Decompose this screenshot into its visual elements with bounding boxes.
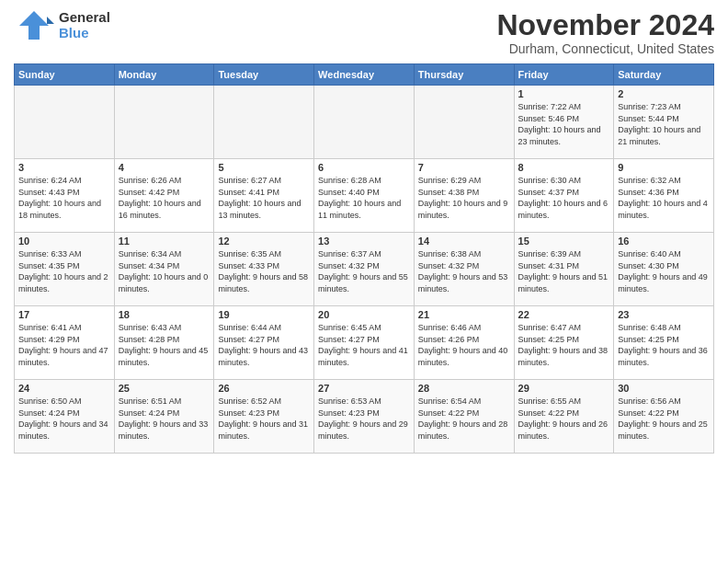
day-number: 23 <box>618 309 710 320</box>
logo: General Blue <box>14 9 110 41</box>
calendar-cell: 6Sunrise: 6:28 AM Sunset: 4:40 PM Daylig… <box>314 159 415 233</box>
day-info: Sunrise: 7:23 AM Sunset: 5:44 PM Dayligh… <box>618 101 710 147</box>
calendar-cell: 20Sunrise: 6:45 AM Sunset: 4:27 PM Dayli… <box>314 306 415 380</box>
calendar-cell: 26Sunrise: 6:52 AM Sunset: 4:23 PM Dayli… <box>214 380 314 454</box>
calendar-cell <box>114 86 214 159</box>
logo-icon <box>14 9 55 41</box>
day-number: 15 <box>518 236 610 247</box>
day-info: Sunrise: 6:55 AM Sunset: 4:22 PM Dayligh… <box>518 396 610 442</box>
calendar-cell: 17Sunrise: 6:41 AM Sunset: 4:29 PM Dayli… <box>15 306 115 380</box>
day-number: 11 <box>119 236 210 247</box>
calendar-week-1: 1Sunrise: 7:22 AM Sunset: 5:46 PM Daylig… <box>15 86 714 159</box>
day-number: 20 <box>318 309 410 320</box>
calendar-cell: 10Sunrise: 6:33 AM Sunset: 4:35 PM Dayli… <box>15 233 115 306</box>
logo-blue: Blue <box>59 26 110 41</box>
calendar-cell <box>414 86 514 159</box>
day-info: Sunrise: 6:44 AM Sunset: 4:27 PM Dayligh… <box>218 322 310 368</box>
calendar-week-2: 3Sunrise: 6:24 AM Sunset: 4:43 PM Daylig… <box>15 159 714 233</box>
day-number: 16 <box>618 236 710 247</box>
day-number: 19 <box>218 309 310 320</box>
day-info: Sunrise: 6:35 AM Sunset: 4:33 PM Dayligh… <box>218 248 310 294</box>
calendar-week-3: 10Sunrise: 6:33 AM Sunset: 4:35 PM Dayli… <box>15 233 714 306</box>
day-info: Sunrise: 6:46 AM Sunset: 4:26 PM Dayligh… <box>418 322 510 368</box>
day-info: Sunrise: 6:24 AM Sunset: 4:43 PM Dayligh… <box>18 175 110 221</box>
calendar-cell: 30Sunrise: 6:56 AM Sunset: 4:22 PM Dayli… <box>614 380 714 454</box>
col-wednesday: Wednesday <box>314 64 415 86</box>
day-number: 14 <box>418 236 510 247</box>
day-info: Sunrise: 6:33 AM Sunset: 4:35 PM Dayligh… <box>18 248 110 294</box>
col-saturday: Saturday <box>614 64 714 86</box>
day-number: 5 <box>218 162 310 173</box>
calendar-week-5: 24Sunrise: 6:50 AM Sunset: 4:24 PM Dayli… <box>15 380 714 454</box>
day-info: Sunrise: 6:26 AM Sunset: 4:42 PM Dayligh… <box>119 175 210 221</box>
calendar-cell: 15Sunrise: 6:39 AM Sunset: 4:31 PM Dayli… <box>514 233 614 306</box>
day-number: 26 <box>218 383 310 394</box>
calendar-cell: 1Sunrise: 7:22 AM Sunset: 5:46 PM Daylig… <box>514 86 614 159</box>
day-info: Sunrise: 6:54 AM Sunset: 4:22 PM Dayligh… <box>418 396 510 442</box>
day-info: Sunrise: 6:29 AM Sunset: 4:38 PM Dayligh… <box>418 175 510 221</box>
day-number: 30 <box>618 383 710 394</box>
day-number: 27 <box>318 383 410 394</box>
day-number: 10 <box>18 236 110 247</box>
day-info: Sunrise: 6:39 AM Sunset: 4:31 PM Dayligh… <box>518 248 610 294</box>
calendar-cell: 13Sunrise: 6:37 AM Sunset: 4:32 PM Dayli… <box>314 233 415 306</box>
calendar-cell: 7Sunrise: 6:29 AM Sunset: 4:38 PM Daylig… <box>414 159 514 233</box>
calendar-cell: 9Sunrise: 6:32 AM Sunset: 4:36 PM Daylig… <box>614 159 714 233</box>
calendar-header-row: Sunday Monday Tuesday Wednesday Thursday… <box>15 64 714 86</box>
day-number: 2 <box>618 88 710 99</box>
col-friday: Friday <box>514 64 614 86</box>
day-info: Sunrise: 6:53 AM Sunset: 4:23 PM Dayligh… <box>318 396 410 442</box>
day-info: Sunrise: 6:30 AM Sunset: 4:37 PM Dayligh… <box>518 175 610 221</box>
day-number: 8 <box>518 162 610 173</box>
month-title: November 2024 <box>496 9 714 41</box>
day-info: Sunrise: 6:50 AM Sunset: 4:24 PM Dayligh… <box>18 396 110 442</box>
day-number: 24 <box>18 383 110 394</box>
day-number: 7 <box>418 162 510 173</box>
calendar-cell: 22Sunrise: 6:47 AM Sunset: 4:25 PM Dayli… <box>514 306 614 380</box>
day-info: Sunrise: 6:51 AM Sunset: 4:24 PM Dayligh… <box>119 396 210 442</box>
calendar-week-4: 17Sunrise: 6:41 AM Sunset: 4:29 PM Dayli… <box>15 306 714 380</box>
calendar-cell: 19Sunrise: 6:44 AM Sunset: 4:27 PM Dayli… <box>214 306 314 380</box>
day-info: Sunrise: 6:34 AM Sunset: 4:34 PM Dayligh… <box>119 248 210 294</box>
day-info: Sunrise: 6:47 AM Sunset: 4:25 PM Dayligh… <box>518 322 610 368</box>
day-number: 3 <box>18 162 110 173</box>
day-number: 21 <box>418 309 510 320</box>
col-monday: Monday <box>114 64 214 86</box>
location: Durham, Connecticut, United States <box>496 41 714 56</box>
day-number: 1 <box>518 88 610 99</box>
calendar-cell: 25Sunrise: 6:51 AM Sunset: 4:24 PM Dayli… <box>114 380 214 454</box>
calendar-cell: 29Sunrise: 6:55 AM Sunset: 4:22 PM Dayli… <box>514 380 614 454</box>
day-number: 22 <box>518 309 610 320</box>
calendar-cell: 16Sunrise: 6:40 AM Sunset: 4:30 PM Dayli… <box>614 233 714 306</box>
day-number: 29 <box>518 383 610 394</box>
day-number: 12 <box>218 236 310 247</box>
calendar-cell: 23Sunrise: 6:48 AM Sunset: 4:25 PM Dayli… <box>614 306 714 380</box>
day-info: Sunrise: 6:40 AM Sunset: 4:30 PM Dayligh… <box>618 248 710 294</box>
calendar-cell: 11Sunrise: 6:34 AM Sunset: 4:34 PM Dayli… <box>114 233 214 306</box>
calendar-cell: 18Sunrise: 6:43 AM Sunset: 4:28 PM Dayli… <box>114 306 214 380</box>
day-number: 17 <box>18 309 110 320</box>
col-tuesday: Tuesday <box>214 64 314 86</box>
calendar-cell: 14Sunrise: 6:38 AM Sunset: 4:32 PM Dayli… <box>414 233 514 306</box>
calendar-cell: 4Sunrise: 6:26 AM Sunset: 4:42 PM Daylig… <box>114 159 214 233</box>
day-number: 6 <box>318 162 410 173</box>
day-info: Sunrise: 6:43 AM Sunset: 4:28 PM Dayligh… <box>119 322 210 368</box>
day-info: Sunrise: 6:38 AM Sunset: 4:32 PM Dayligh… <box>418 248 510 294</box>
day-info: Sunrise: 6:48 AM Sunset: 4:25 PM Dayligh… <box>618 322 710 368</box>
day-info: Sunrise: 6:27 AM Sunset: 4:41 PM Dayligh… <box>218 175 310 221</box>
day-info: Sunrise: 6:28 AM Sunset: 4:40 PM Dayligh… <box>318 175 410 221</box>
day-number: 25 <box>119 383 210 394</box>
calendar-cell: 27Sunrise: 6:53 AM Sunset: 4:23 PM Dayli… <box>314 380 415 454</box>
calendar-cell: 5Sunrise: 6:27 AM Sunset: 4:41 PM Daylig… <box>214 159 314 233</box>
calendar-cell: 24Sunrise: 6:50 AM Sunset: 4:24 PM Dayli… <box>15 380 115 454</box>
calendar-cell: 21Sunrise: 6:46 AM Sunset: 4:26 PM Dayli… <box>414 306 514 380</box>
calendar-cell <box>214 86 314 159</box>
logo-text: General Blue <box>59 10 110 40</box>
calendar-cell: 12Sunrise: 6:35 AM Sunset: 4:33 PM Dayli… <box>214 233 314 306</box>
calendar-cell <box>15 86 115 159</box>
page: General Blue November 2024 Durham, Conne… <box>0 0 728 563</box>
day-number: 4 <box>119 162 210 173</box>
col-sunday: Sunday <box>15 64 115 86</box>
day-info: Sunrise: 6:52 AM Sunset: 4:23 PM Dayligh… <box>218 396 310 442</box>
calendar-cell <box>314 86 415 159</box>
